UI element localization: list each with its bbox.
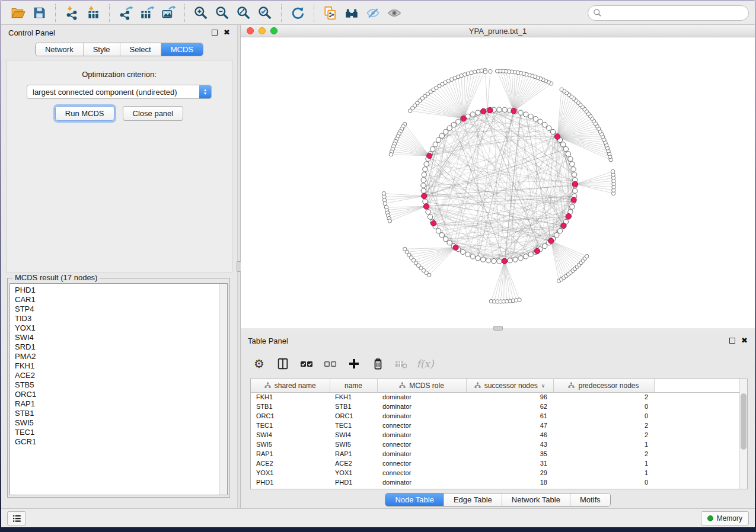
hsplitter-grip[interactable] (493, 326, 503, 331)
mcds-result-item[interactable]: FKH1 (15, 361, 219, 371)
table-row[interactable]: TEC1TEC1connector472 (251, 421, 739, 430)
table-scrollbar-thumb[interactable] (741, 393, 747, 450)
import-network-button[interactable] (61, 3, 82, 23)
table-cell: 61 (466, 411, 553, 421)
table-row[interactable]: SWI5SWI5connector431 (251, 440, 739, 449)
delete-table-icon (394, 357, 409, 371)
float-table-panel-icon[interactable] (729, 338, 735, 344)
run-mcds-button[interactable]: Run MCDS (55, 106, 114, 121)
table-cell-filler (654, 468, 739, 477)
first-neighbors-button[interactable] (341, 3, 362, 23)
table-cell: 2 (553, 392, 654, 402)
show-all-button[interactable] (384, 3, 405, 23)
table-cell: 1 (553, 440, 654, 449)
table-row[interactable]: PHD1PHD1dominator180 (251, 477, 739, 487)
table-tab-network-table[interactable]: Network Table (502, 493, 570, 506)
mcds-result-item[interactable]: PHD1 (15, 286, 219, 295)
zoom-selected-button[interactable] (254, 3, 276, 23)
table-row[interactable]: ACE2ACE2connector311 (251, 459, 739, 468)
export-image-button[interactable] (158, 3, 179, 23)
table-tab-edge-table[interactable]: Edge Table (444, 493, 502, 506)
mcds-result-item[interactable]: TEC1 (15, 428, 219, 437)
zoom-fit-icon (236, 5, 251, 21)
mcds-result-item[interactable]: YOX1 (15, 323, 219, 333)
table-row[interactable]: SWI4SWI4dominator462 (251, 430, 739, 440)
mcds-result-item[interactable]: RAP1 (15, 399, 219, 409)
deselect-all-button[interactable] (320, 354, 340, 373)
table-row[interactable]: STB1STB1dominator620 (251, 402, 739, 411)
close-panel-button[interactable]: Close panel (123, 106, 184, 121)
memory-button[interactable]: Memory (701, 511, 749, 525)
zoom-fit-button[interactable] (233, 3, 254, 23)
right-column: YPA_prune.txt_1 Table Panel (241, 25, 755, 508)
select-all-icon (299, 357, 314, 371)
search-input[interactable] (605, 8, 744, 17)
show-columns-button[interactable] (273, 354, 293, 373)
table-tab-motifs[interactable]: Motifs (570, 493, 610, 506)
table-scrollbar[interactable] (739, 379, 747, 489)
mcds-result-item[interactable]: STB1 (15, 409, 219, 418)
add-column-button[interactable] (344, 354, 364, 373)
clone-network-button[interactable] (320, 3, 341, 23)
search-field[interactable] (588, 5, 749, 21)
mcds-result-item[interactable]: SWI5 (15, 418, 219, 428)
export-table-button[interactable] (136, 3, 158, 23)
zoom-in-button[interactable] (190, 3, 212, 23)
refresh-button[interactable] (287, 3, 308, 23)
node-table: shared namenameMCDS rolesuccessor nodes∨… (250, 379, 748, 489)
tab-mcds[interactable]: MCDS (161, 43, 203, 56)
column-header-successor-nodes[interactable]: successor nodes∨ (466, 379, 553, 392)
zoom-selected-icon (257, 5, 273, 21)
mcds-result-item[interactable]: STP4 (15, 305, 219, 314)
table-cell: 1 (553, 459, 654, 468)
zoom-out-button[interactable] (212, 3, 233, 23)
tab-style[interactable]: Style (83, 43, 120, 56)
save-icon (32, 5, 47, 20)
mcds-result-item[interactable]: STB5 (15, 380, 219, 390)
table-row[interactable]: RAP1RAP1dominator352 (251, 449, 739, 459)
select-all-button[interactable] (296, 354, 317, 373)
table-row[interactable]: YOX1YOX1connector291 (251, 468, 739, 477)
column-header-shared-name[interactable]: shared name (251, 379, 330, 392)
mcds-result-item[interactable]: ACE2 (15, 371, 219, 380)
mcds-result-item[interactable]: SWI4 (15, 333, 219, 342)
import-table-icon (85, 5, 101, 21)
node-table-grid: shared namenameMCDS rolesuccessor nodes∨… (251, 379, 739, 487)
import-table-button[interactable] (82, 3, 104, 23)
network-titlebar[interactable]: YPA_prune.txt_1 (241, 25, 755, 37)
horizontal-splitter[interactable] (241, 328, 755, 333)
table-cell: 18 (466, 477, 553, 487)
save-session-button[interactable] (28, 3, 50, 23)
column-header-MCDS-role[interactable]: MCDS role (377, 379, 466, 392)
hide-selected-button[interactable] (362, 3, 384, 23)
function-builder-button[interactable]: f(x) (415, 354, 435, 373)
mcds-list-scrollbar[interactable] (219, 284, 227, 495)
table-cell: 35 (466, 449, 553, 459)
table-settings-button[interactable]: ⚙ (249, 354, 269, 373)
mcds-result-item[interactable]: GCR1 (15, 437, 219, 447)
fx-icon: f(x) (416, 358, 433, 370)
column-header-name[interactable]: name (330, 379, 377, 392)
open-file-button[interactable] (7, 3, 28, 23)
tab-select[interactable]: Select (120, 43, 161, 56)
table-row[interactable]: FKH1FKH1dominator962 (251, 392, 739, 402)
table-row[interactable]: ORC1ORC1dominator610 (251, 411, 739, 421)
criterion-select[interactable]: largest connected component (undirected)… (27, 85, 212, 99)
mcds-result-item[interactable]: ORC1 (15, 390, 219, 399)
delete-column-button[interactable] (368, 354, 388, 373)
delete-table-button[interactable] (391, 354, 412, 373)
mcds-result-item[interactable]: SRD1 (15, 342, 219, 352)
export-network-button[interactable] (115, 3, 136, 23)
mcds-result-item[interactable]: PMA2 (15, 352, 219, 361)
column-header-predecessor-nodes[interactable]: predecessor nodes (553, 379, 654, 392)
mcds-result-item[interactable]: CAR1 (15, 295, 219, 305)
network-canvas[interactable] (241, 37, 755, 328)
table-tab-node-table[interactable]: Node Table (385, 493, 444, 506)
mcds-result-item[interactable]: TID3 (15, 314, 219, 323)
close-panel-icon[interactable]: ✖ (224, 30, 230, 36)
tab-network[interactable]: Network (36, 43, 83, 56)
float-panel-icon[interactable] (212, 30, 218, 36)
close-table-panel-icon[interactable]: ✖ (741, 338, 748, 344)
task-history-button[interactable] (7, 511, 26, 525)
table-toolbar: ⚙ (241, 352, 755, 376)
